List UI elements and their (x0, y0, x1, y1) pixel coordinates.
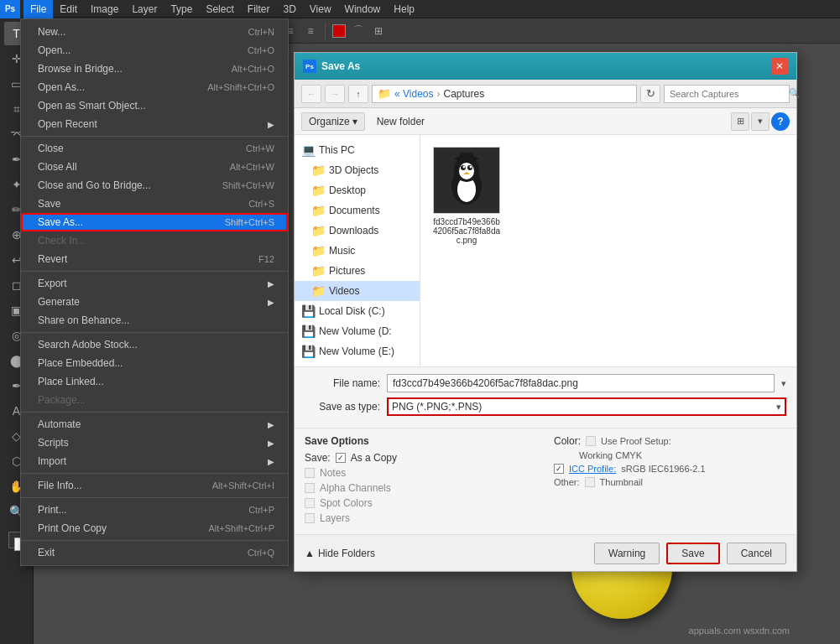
tree-item-this-pc[interactable]: 💻 This PC (295, 140, 420, 160)
nav-up-button[interactable]: ↑ (348, 85, 368, 103)
hide-folders-label: Hide Folders (318, 548, 375, 559)
folder-desktop-icon: 📁 (311, 184, 326, 197)
menu-item-open[interactable]: Open... Ctrl+O (21, 41, 288, 60)
thumbnail-checkbox[interactable] (585, 477, 595, 487)
view-dropdown-button[interactable]: ▾ (751, 112, 770, 131)
organize-button[interactable]: Organize ▾ (301, 112, 365, 131)
png-preview (437, 151, 496, 210)
dialog-titlebar: Ps Save As ✕ (295, 53, 796, 80)
as-copy-checkbox[interactable] (336, 453, 346, 463)
menu-item-open-as[interactable]: Open As... Alt+Shift+Ctrl+O (21, 78, 288, 96)
tree-item-volume-d[interactable]: 💾 New Volume (D: (295, 321, 420, 341)
menu-sep-6 (21, 497, 288, 498)
menu-item-share[interactable]: Share on Behance... (21, 311, 288, 330)
tree-label-this-pc: This PC (319, 144, 355, 156)
text-color-swatch[interactable] (332, 24, 346, 38)
dialog-close-button[interactable]: ✕ (771, 58, 788, 75)
nav-forward-button[interactable]: → (325, 85, 345, 103)
toggle-panels-icon[interactable]: ⊞ (371, 23, 386, 39)
align-right-icon[interactable]: ≡ (303, 23, 318, 39)
menu-item-export[interactable]: Export ▶ (21, 274, 288, 293)
menu-item-close[interactable]: Close Ctrl+W (21, 139, 288, 158)
cancel-button[interactable]: Cancel (727, 543, 786, 564)
list-item[interactable]: fd3ccd7b49e366b4206f5ac7f8fa8dac.png (429, 143, 504, 248)
hide-folders-arrow: ▲ (305, 548, 315, 559)
color-title: Color: (554, 435, 581, 447)
menu-item-open-recent[interactable]: Open Recent ▶ (21, 115, 288, 133)
icc-profile-label[interactable]: ICC Profile: (569, 464, 616, 474)
menu-edit[interactable]: Edit (53, 0, 84, 18)
menu-item-new[interactable]: New... Ctrl+N (21, 23, 288, 41)
menu-item-revert[interactable]: Revert F12 (21, 250, 288, 268)
use-proof-label: Use Proof Setup: (601, 436, 671, 446)
menu-item-close-bridge[interactable]: Close and Go to Bridge... Shift+Ctrl+W (21, 176, 288, 195)
menu-view[interactable]: View (303, 0, 338, 18)
tree-item-music[interactable]: 📁 Music (295, 241, 420, 261)
menu-filter[interactable]: Filter (241, 0, 277, 18)
warning-button[interactable]: Warning (594, 543, 660, 564)
menu-3d[interactable]: 3D (276, 0, 302, 18)
menu-file[interactable]: File (23, 0, 53, 18)
filetype-row: Save as type: PNG (*.PNG;*.PNS) ▾ (305, 397, 786, 416)
working-cmyk-text: Working CMYK (554, 450, 786, 460)
menu-window[interactable]: Window (338, 0, 388, 18)
menu-item-browse[interactable]: Browse in Bridge... Alt+Ctrl+O (21, 60, 288, 78)
use-proof-checkbox[interactable] (586, 436, 596, 446)
save-button[interactable]: Save (666, 543, 719, 564)
menu-item-generate[interactable]: Generate ▶ (21, 293, 288, 311)
view-options-button[interactable]: ⊞ (731, 112, 749, 131)
menu-item-print-one[interactable]: Print One Copy Alt+Shift+Ctrl+P (21, 519, 288, 538)
warp-text-icon[interactable]: ⌒ (351, 23, 366, 39)
spot-colors-checkbox[interactable] (305, 498, 315, 508)
menu-item-scripts[interactable]: Scripts ▶ (21, 434, 288, 452)
menu-item-search-stock[interactable]: Search Adobe Stock... (21, 335, 288, 354)
menu-item-close-all[interactable]: Close All Alt+Ctrl+W (21, 158, 288, 176)
hide-folders-button[interactable]: ▲ Hide Folders (305, 548, 375, 559)
menu-type[interactable]: Type (164, 0, 199, 18)
menu-item-import[interactable]: Import ▶ (21, 452, 288, 470)
tree-item-3d-objects[interactable]: 📁 3D Objects (295, 160, 420, 180)
menu-item-open-smart[interactable]: Open as Smart Object... (21, 96, 288, 115)
nav-back-button[interactable]: ← (301, 85, 321, 103)
alpha-channels-checkbox[interactable] (305, 483, 315, 493)
breadcrumb-bar[interactable]: 📁 « Videos › Captures (372, 85, 637, 103)
layers-checkbox[interactable] (305, 513, 315, 523)
tree-item-downloads[interactable]: 📁 Downloads (295, 221, 420, 241)
menu-select[interactable]: Select (199, 0, 240, 18)
tree-item-pictures[interactable]: 📁 Pictures (295, 261, 420, 281)
menu-sep-2 (21, 271, 288, 272)
menu-item-automate[interactable]: Automate ▶ (21, 415, 288, 434)
menu-item-save[interactable]: Save Ctrl+S (21, 195, 288, 213)
tree-item-documents[interactable]: 📁 Documents (295, 200, 420, 221)
help-button[interactable]: ? (771, 112, 790, 131)
tree-item-videos[interactable]: 📁 Videos (295, 281, 420, 301)
filetype-select[interactable]: PNG (*.PNG;*.PNS) ▾ (387, 397, 786, 416)
filename-dropdown-arrow[interactable]: ▾ (781, 378, 786, 389)
new-folder-button[interactable]: New folder (370, 112, 431, 131)
menu-item-exit[interactable]: Exit Ctrl+Q (21, 543, 288, 562)
menu-item-file-info[interactable]: File Info... Alt+Shift+Ctrl+I (21, 476, 288, 495)
menu-item-place-linked[interactable]: Place Linked... (21, 372, 288, 391)
menu-image[interactable]: Image (84, 0, 125, 18)
ps-logo: Ps (0, 0, 20, 18)
refresh-button[interactable]: ↻ (640, 85, 660, 103)
breadcrumb-part-1[interactable]: « Videos (394, 88, 433, 100)
menu-help[interactable]: Help (387, 0, 421, 18)
search-input[interactable] (670, 89, 785, 99)
breadcrumb-part-2: Captures (443, 88, 484, 100)
dialog-nav-bar: ← → ↑ 📁 « Videos › Captures ↻ 🔍 (295, 80, 796, 108)
notes-checkbox[interactable] (305, 468, 315, 478)
menu-layer[interactable]: Layer (125, 0, 164, 18)
menu-item-place-embedded[interactable]: Place Embedded... (21, 354, 288, 372)
icc-checkbox[interactable] (554, 464, 564, 474)
menu-item-print[interactable]: Print... Ctrl+P (21, 501, 288, 519)
tree-label-music: Music (329, 245, 355, 257)
pc-icon: 💻 (301, 143, 316, 157)
menu-item-save-as[interactable]: Save As... Shift+Ctrl+S (21, 213, 288, 231)
file-name-label: fd3ccd7b49e366b4206f5ac7f8fa8dac.png (432, 217, 501, 245)
tree-label-videos: Videos (329, 285, 359, 297)
filename-input[interactable] (387, 374, 775, 392)
tree-item-volume-e[interactable]: 💾 New Volume (E:) (295, 341, 420, 361)
tree-item-local-c[interactable]: 💾 Local Disk (C:) (295, 301, 420, 321)
tree-item-desktop[interactable]: 📁 Desktop (295, 180, 420, 200)
